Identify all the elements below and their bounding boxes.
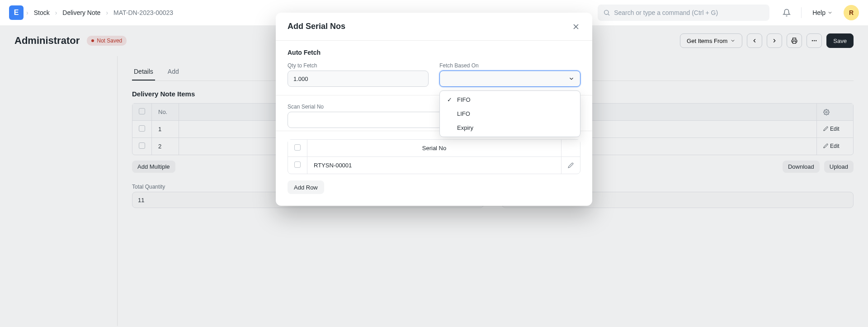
col-serial-no: Serial No xyxy=(307,140,561,157)
bell-icon xyxy=(783,9,791,17)
fetch-based-on-select[interactable] xyxy=(439,71,580,87)
breadcrumb-docname: MAT-DN-2023-00023 xyxy=(111,7,176,18)
notifications-button[interactable] xyxy=(778,5,795,21)
row-checkbox[interactable] xyxy=(294,161,301,168)
chevron-down-icon xyxy=(827,10,833,15)
auto-fetch-heading: Auto Fetch xyxy=(288,49,580,56)
divider xyxy=(801,7,802,18)
serial-no-cell: RTYSN-00001 xyxy=(307,157,561,174)
chevron-right-icon: › xyxy=(55,9,57,16)
svg-point-0 xyxy=(604,10,609,14)
search-icon xyxy=(603,9,610,16)
chevron-down-icon xyxy=(568,76,575,82)
help-menu[interactable]: Help xyxy=(808,9,837,16)
close-button[interactable] xyxy=(571,22,580,31)
option-label: Expiry xyxy=(457,124,473,131)
chevron-right-icon: › xyxy=(106,9,108,16)
close-icon xyxy=(571,22,580,31)
option-label: LIFO xyxy=(457,110,470,117)
dropdown-option-fifo[interactable]: ✓FIFO xyxy=(442,93,578,107)
search-placeholder: Search or type a command (Ctrl + G) xyxy=(614,9,718,16)
chevron-right-icon: › xyxy=(26,9,28,16)
help-label: Help xyxy=(812,9,826,16)
app-logo[interactable]: E xyxy=(9,5,24,20)
table-row[interactable]: RTYSN-00001 xyxy=(288,157,580,174)
dropdown-option-lifo[interactable]: LIFO xyxy=(442,107,578,121)
fetch-based-on-label: Fetch Based On xyxy=(439,62,580,69)
modal-title: Add Serial Nos xyxy=(288,22,345,31)
breadcrumb-delivery-note[interactable]: Delivery Note xyxy=(60,7,103,18)
fetch-based-on-dropdown: ✓FIFO LIFO Expiry xyxy=(439,90,580,137)
qty-to-fetch-label: Qty to Fetch xyxy=(288,62,429,69)
pencil-icon xyxy=(568,162,574,168)
global-search[interactable]: Search or type a command (Ctrl + G) xyxy=(598,5,769,21)
edit-serial-button[interactable] xyxy=(561,157,580,174)
breadcrumb-stock[interactable]: Stock xyxy=(31,7,52,18)
add-serial-nos-modal: Add Serial Nos Auto Fetch Qty to Fetch 1… xyxy=(276,13,592,206)
add-row-button[interactable]: Add Row xyxy=(288,180,324,194)
option-label: FIFO xyxy=(457,96,471,103)
dropdown-option-expiry[interactable]: Expiry xyxy=(442,121,578,135)
svg-line-1 xyxy=(608,14,609,15)
qty-to-fetch-input[interactable]: 1.000 xyxy=(288,71,429,87)
serial-nos-table: Serial No RTYSN-00001 xyxy=(288,139,580,174)
select-all-serial-checkbox[interactable] xyxy=(294,144,301,151)
user-avatar[interactable]: R xyxy=(844,5,859,20)
